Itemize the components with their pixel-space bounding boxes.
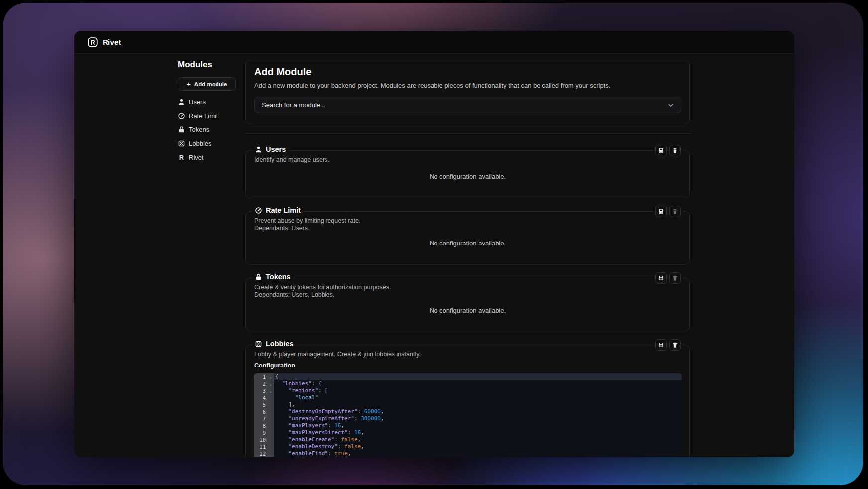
sidebar-title: Modules — [178, 60, 245, 70]
line-number: 11 — [254, 443, 268, 450]
delete-module-button[interactable] — [669, 206, 681, 217]
save-module-button[interactable] — [655, 339, 667, 351]
search-input[interactable] — [261, 101, 667, 109]
line-number: 9 — [254, 429, 268, 436]
line-number: 4 — [254, 394, 268, 401]
dice-icon — [178, 140, 185, 147]
module-description: Lobby & player management. Create & join… — [254, 351, 421, 358]
brand-title: Rivet — [103, 38, 121, 46]
sidebar-module-list: Users Rate Limit Tokens Lobbies — [178, 95, 245, 164]
line-number: 10 — [254, 436, 268, 443]
fold-icon — [268, 422, 274, 429]
add-module-button[interactable]: + Add module — [178, 77, 236, 91]
code-line: 12 "enableFind": true, — [254, 450, 682, 457]
sidebar-item-users[interactable]: Users — [178, 95, 245, 109]
sidebar-item-label: Lobbies — [189, 140, 212, 147]
module-dependants: Dependants: Users. — [254, 225, 360, 232]
module-name: Users — [266, 145, 286, 153]
add-module-card: Add Module Add a new module to your back… — [245, 60, 690, 124]
sidebar-item-tokens[interactable]: Tokens — [178, 122, 245, 136]
module-card-tokens: Tokens Create & verify tokens for author… — [245, 278, 690, 331]
module-card-header: Rate Limit — [252, 206, 304, 214]
line-number: 8 — [254, 422, 268, 429]
line-number: 2 — [254, 380, 268, 387]
module-name: Rate Limit — [266, 206, 301, 214]
code-line: 2⌄ "lobbies": { — [254, 380, 682, 387]
fold-icon — [268, 408, 274, 415]
delete-module-button[interactable] — [669, 339, 681, 351]
save-module-button[interactable] — [655, 272, 667, 284]
section-divider — [245, 133, 691, 134]
module-actions — [653, 272, 683, 284]
module-description-line: Prevent abuse by limiting request rate. — [254, 217, 360, 225]
fold-icon[interactable]: ⌄ — [268, 380, 274, 387]
module-card-header: Users — [252, 145, 289, 153]
add-module-button-label: Add module — [194, 81, 227, 87]
module-actions — [653, 339, 683, 351]
sidebar-item-rate-limit[interactable]: Rate Limit — [178, 109, 245, 122]
sidebar: Modules + Add module Users Rate Limit — [178, 53, 245, 164]
rivet-logo-icon — [88, 37, 98, 47]
module-card-rate-limit: Rate Limit Prevent abuse by limiting req… — [245, 211, 690, 265]
line-number: 5 — [254, 401, 268, 408]
save-module-button[interactable] — [655, 206, 667, 217]
module-name: Tokens — [266, 273, 291, 281]
code-line: 4 "local" — [254, 394, 682, 401]
module-description-line: Create & verify tokens for authorization… — [254, 284, 391, 291]
line-number: 6 — [254, 408, 268, 415]
delete-module-button[interactable] — [669, 272, 681, 284]
chevron-down-icon — [667, 101, 675, 109]
user-icon — [255, 146, 262, 153]
fold-icon — [268, 443, 274, 450]
module-search-select[interactable] — [254, 97, 681, 113]
module-card-lobbies: Lobbies Lobby & player management. Creat… — [245, 345, 690, 457]
module-description: Prevent abuse by limiting request rate. … — [254, 217, 360, 232]
save-module-button[interactable] — [655, 145, 667, 156]
fold-icon — [268, 429, 274, 436]
sidebar-item-lobbies[interactable]: Lobbies — [178, 136, 245, 150]
module-actions — [653, 145, 683, 156]
sidebar-item-label: Rivet — [189, 154, 204, 161]
line-number: 3 — [254, 387, 268, 394]
module-name: Lobbies — [266, 340, 294, 348]
no-configuration-text: No configuration available. — [246, 240, 689, 247]
module-card-users: Users Identify and manage users. No conf… — [245, 150, 690, 198]
code-line: 5 ], — [254, 401, 682, 408]
fold-icon — [268, 415, 274, 422]
fold-icon[interactable]: ⌄ — [268, 373, 274, 380]
lock-icon — [178, 126, 185, 133]
sidebar-item-label: Users — [189, 98, 206, 106]
fold-icon — [268, 436, 274, 443]
gauge-icon — [178, 112, 185, 120]
topbar: Rivet — [74, 31, 794, 54]
line-number: 1 — [254, 373, 268, 380]
fold-icon — [268, 401, 274, 408]
config-code-editor[interactable]: 1⌄{ 2⌄ "lobbies": { 3⌄ "regions": [ 4 "l… — [254, 373, 682, 457]
dice-icon — [255, 340, 262, 348]
code-line: 6 "destroyOnEmptyAfter": 60000, — [254, 408, 682, 415]
code-line: 8 "maxPlayers": 16, — [254, 422, 682, 429]
configuration-label: Configuration — [254, 362, 295, 369]
sidebar-item-rivet[interactable]: R Rivet — [178, 150, 245, 164]
page-title: Add Module — [254, 66, 311, 78]
code-line: 7 "unreadyExpireAfter": 300000, — [254, 415, 682, 422]
no-configuration-text: No configuration available. — [246, 173, 689, 180]
no-configuration-text: No configuration available. — [246, 307, 689, 314]
sidebar-item-label: Rate Limit — [189, 112, 218, 120]
module-description: Identify and manage users. — [254, 156, 329, 164]
code-line: 3⌄ "regions": [ — [254, 387, 682, 394]
module-actions — [653, 206, 683, 217]
plus-icon: + — [187, 81, 191, 88]
lock-icon — [255, 273, 262, 281]
sidebar-item-label: Tokens — [189, 126, 209, 133]
module-dependants: Dependants: Users, Lobbies. — [254, 291, 391, 299]
line-number: 12 — [254, 450, 268, 457]
rivet-icon: R — [178, 154, 185, 161]
app-window: Rivet Modules + Add module Users Rate Li… — [74, 31, 794, 457]
code-line: 11 "enableDestroy": false, — [254, 443, 682, 450]
user-icon — [178, 98, 185, 106]
delete-module-button[interactable] — [669, 145, 681, 156]
add-module-description: Add a new module to your backend project… — [254, 82, 610, 89]
fold-icon[interactable]: ⌄ — [268, 387, 274, 394]
module-card-header: Tokens — [252, 273, 294, 281]
